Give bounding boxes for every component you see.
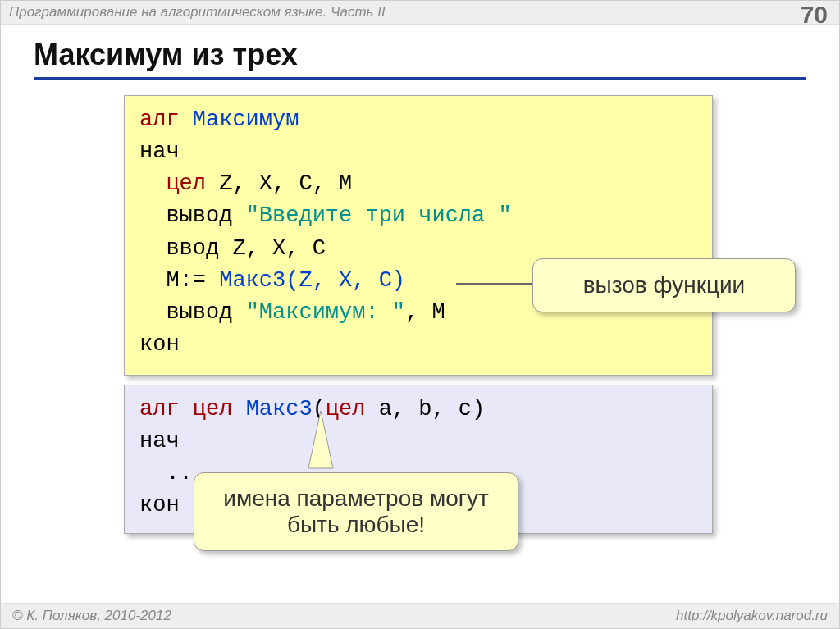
callout-function-call: вызов функции — [532, 258, 796, 312]
footer-left: © К. Поляков, 2010-2012 — [12, 608, 171, 624]
callout1-text: вызов функции — [583, 272, 746, 299]
in1: ввод Z, X, C — [139, 236, 326, 261]
kw-kon2: кон — [139, 493, 180, 517]
out2a: вывод — [139, 300, 246, 325]
slide-title: Максимум из трех — [34, 38, 806, 80]
params: a, b, c) — [365, 397, 485, 422]
kw-kon: кон — [139, 332, 180, 357]
callout-param-names: имена параметров могут быть любые! — [194, 472, 518, 551]
callout2-text: имена параметров могут быть любые! — [204, 485, 508, 538]
out2c: , M — [405, 300, 445, 325]
out2b: "Максимум: " — [246, 300, 405, 325]
kw-nach2: нач — [139, 429, 180, 454]
out1a: вывод — [139, 203, 246, 228]
connector-line-1 — [456, 283, 534, 285]
vars: Z, X, C, M — [206, 171, 352, 196]
out1b: "Введите три числа " — [246, 203, 512, 228]
code-block-main: алг Максимум нач цел Z, X, C, M вывод "В… — [124, 95, 713, 376]
header-title: Программирование на алгоритмическом язык… — [9, 4, 386, 21]
connector-tail-2 — [292, 411, 349, 476]
kw-nach: нач — [139, 139, 180, 164]
kw-alg2: алг — [139, 397, 180, 422]
footer-right: http://kpolyakov.narod.ru — [676, 608, 828, 624]
page-number: 70 — [801, 1, 828, 29]
call-max3: Макс3(Z, X, C) — [219, 268, 405, 293]
kw-alg: алг — [139, 107, 180, 132]
kw-tsel: цел — [166, 171, 206, 196]
assign-a: M:= — [139, 268, 219, 293]
kw-tsel2: цел — [193, 397, 233, 422]
slide: Программирование на алгоритмическом язык… — [0, 0, 840, 629]
footer-bar: © К. Поляков, 2010-2012 http://kpolyakov… — [1, 603, 839, 628]
alg-name: Максимум — [193, 107, 299, 132]
header-bar: Программирование на алгоритмическом язык… — [1, 1, 839, 25]
